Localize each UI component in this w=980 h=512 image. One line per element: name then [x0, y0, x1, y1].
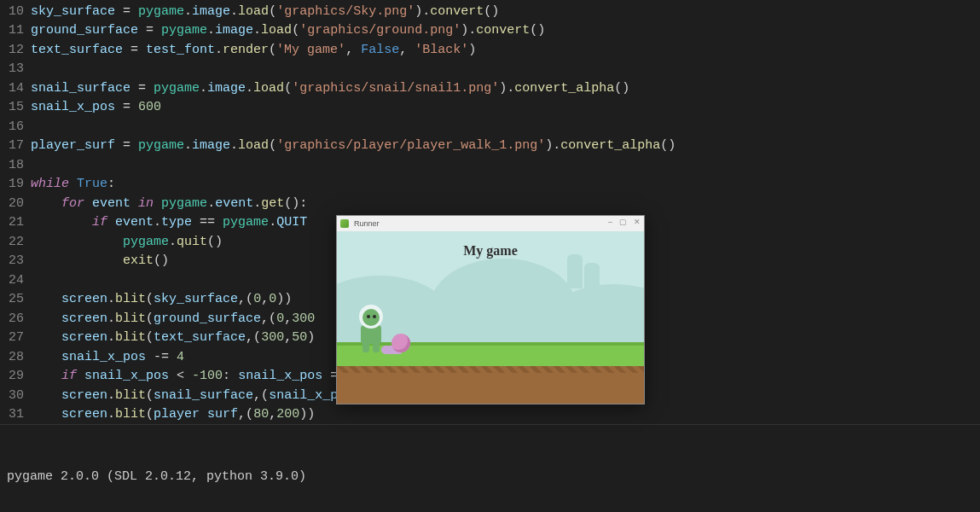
background-cactus	[584, 263, 600, 288]
close-button[interactable]: ✕	[634, 218, 641, 226]
line-number: 21	[0, 215, 31, 230]
game-title-text: My game	[337, 243, 644, 259]
line-number: 13	[0, 61, 31, 76]
maximize-button[interactable]: ▢	[619, 218, 627, 226]
code-content[interactable]: text_surface = test_font.render('My game…	[31, 43, 980, 57]
code-line[interactable]: 31 screen.blit(player surf,(80,200))	[0, 405, 980, 425]
ground-dirt	[337, 369, 644, 404]
line-number: 26	[0, 311, 31, 326]
line-number: 10	[0, 4, 31, 19]
line-number: 15	[0, 100, 31, 114]
line-number: 20	[0, 196, 31, 211]
terminal-line: pygame 2.0.0 (SDL 2.0.12, python 3.9.0)	[7, 468, 973, 486]
game-viewport: My game	[337, 231, 644, 404]
code-line[interactable]: 17player_surf = pygame.image.load('graph…	[0, 137, 980, 156]
line-number: 29	[0, 369, 31, 383]
code-content[interactable]: snail_x_pos = 600	[31, 100, 980, 114]
titlebar[interactable]: Runner – ▢ ✕	[337, 216, 644, 231]
app-icon	[340, 219, 349, 228]
code-line[interactable]: 19while True:	[0, 175, 980, 195]
line-number: 12	[0, 43, 31, 57]
code-line[interactable]: 16	[0, 117, 980, 137]
pygame-window[interactable]: Runner – ▢ ✕ My game	[336, 215, 645, 404]
line-number: 30	[0, 388, 31, 403]
code-content[interactable]: for event in pygame.event.get():	[31, 196, 980, 211]
line-number: 28	[0, 350, 31, 364]
line-number: 16	[0, 119, 31, 134]
code-line[interactable]: 12text_surface = test_font.render('My ga…	[0, 40, 980, 60]
code-line[interactable]: 20 for event in pygame.event.get():	[0, 194, 980, 213]
code-line[interactable]: 14snail_surface = pygame.image.load('gra…	[0, 79, 980, 98]
code-content[interactable]: sky_surface = pygame.image.load('graphic…	[31, 4, 980, 19]
code-line[interactable]: 18	[0, 155, 980, 175]
code-content[interactable]: player_surf = pygame.image.load('graphic…	[31, 138, 980, 153]
line-number: 18	[0, 158, 31, 172]
code-content[interactable]: snail_surface = pygame.image.load('graph…	[31, 81, 980, 96]
background-cactus	[567, 254, 583, 288]
minimize-button[interactable]: –	[608, 218, 612, 226]
line-number: 27	[0, 330, 31, 345]
line-number: 25	[0, 292, 31, 306]
window-title: Runner	[354, 219, 380, 228]
code-content[interactable]: screen.blit(player surf,(80,200))	[31, 407, 980, 422]
player-sprite	[356, 305, 386, 352]
code-content[interactable]: ground_surface = pygame.image.load('grap…	[31, 23, 980, 38]
line-number: 17	[0, 138, 31, 153]
code-line[interactable]: 11ground_surface = pygame.image.load('gr…	[0, 21, 980, 41]
line-number: 11	[0, 23, 31, 38]
code-line[interactable]: 13	[0, 60, 980, 79]
line-number: 24	[0, 273, 31, 288]
code-line[interactable]: 10sky_surface = pygame.image.load('graph…	[0, 2, 980, 21]
terminal-panel[interactable]: pygame 2.0.0 (SDL 2.0.12, python 3.9.0) …	[0, 424, 980, 512]
code-content[interactable]: while True:	[31, 177, 980, 191]
code-line[interactable]: 15snail_x_pos = 600	[0, 98, 980, 118]
line-number: 22	[0, 235, 31, 249]
line-number: 31	[0, 407, 31, 422]
line-number: 23	[0, 253, 31, 268]
line-number: 14	[0, 81, 31, 96]
line-number: 19	[0, 177, 31, 191]
